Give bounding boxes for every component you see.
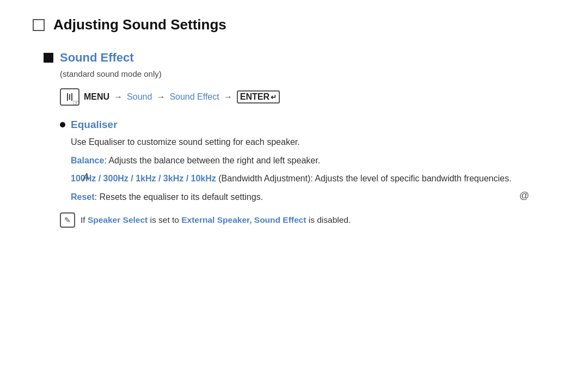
page-title: Adjusting Sound Settings [53,16,226,33]
arrow2: → [156,92,165,102]
section-title: Sound Effect [60,51,134,65]
checkbox-icon [33,19,45,31]
at-symbol: @ [519,190,529,202]
menu-bars [67,93,72,101]
sidebar-letter-a: A [83,172,89,183]
enter-label: ENTER [240,92,270,102]
bar2 [69,94,70,100]
reset-line: Reset: Resets the equaliser to its defau… [71,190,555,204]
menu-keyword: MENU [84,92,109,102]
hand-icon: ☞ [72,98,79,107]
external-speaker-label: External Speaker, Sound Effect [181,215,306,224]
filled-square-icon [44,53,53,63]
note-pencil-icon: ✎ [64,216,71,224]
arrow1: → [114,92,122,102]
bullet-dot-icon [60,122,65,127]
page-title-section: Adjusting Sound Settings [33,16,555,33]
sound-effect-section: Sound Effect (standard sound mode only) … [44,51,555,228]
bar1 [67,93,68,101]
enter-arrow-icon: ↵ [271,93,277,101]
balance-text: : Adjusts the balance between the right … [104,156,320,165]
equaliser-bullet-item: Equaliser [60,119,555,131]
speaker-select-label: Speaker Select [88,215,148,224]
nav-sound-effect: Sound Effect [169,92,219,102]
note-text: If Speaker Select is set to External Spe… [81,212,351,227]
section-header: Sound Effect [44,51,555,65]
subtitle: (standard sound mode only) [60,69,555,78]
reset-text: : Resets the equaliser to its default se… [95,192,264,202]
arrow3: → [224,92,232,102]
note-prefix: If [81,215,88,224]
freq-line: 100Hz / 300Hz / 1kHz / 3kHz / 10kHz (Ban… [71,172,555,186]
note-suffix: is disabled. [306,215,351,224]
note-icon: ✎ [60,212,75,228]
menu-path: ☞ MENU → Sound → Sound Effect → ENTER ↵ [60,88,555,106]
equaliser-title: Equaliser [71,119,118,131]
equaliser-desc1: Use Equaliser to customize sound setting… [71,135,555,149]
reset-label: Reset [71,192,95,202]
freq-label: 100Hz / 300Hz / 1kHz / 3kHz / 10kHz [71,174,216,183]
enter-icon: ENTER ↵ [237,90,280,103]
menu-icon: ☞ [60,88,79,106]
note-mid1: is set to [148,215,181,224]
freq-row-container: A 100Hz / 300Hz / 1kHz / 3kHz / 10kHz (B… [71,172,555,186]
nav-sound: Sound [127,92,152,102]
note-row: ✎ If Speaker Select is set to External S… [60,212,555,228]
freq-text: (Bandwidth Adjustment): Adjusts the leve… [216,174,512,183]
balance-line: Balance: Adjusts the balance between the… [71,154,555,168]
balance-label: Balance [71,156,104,165]
equaliser-description: Use Equaliser to customize sound setting… [71,135,555,204]
bullet-section: Equaliser Use Equaliser to customize sou… [60,119,555,228]
